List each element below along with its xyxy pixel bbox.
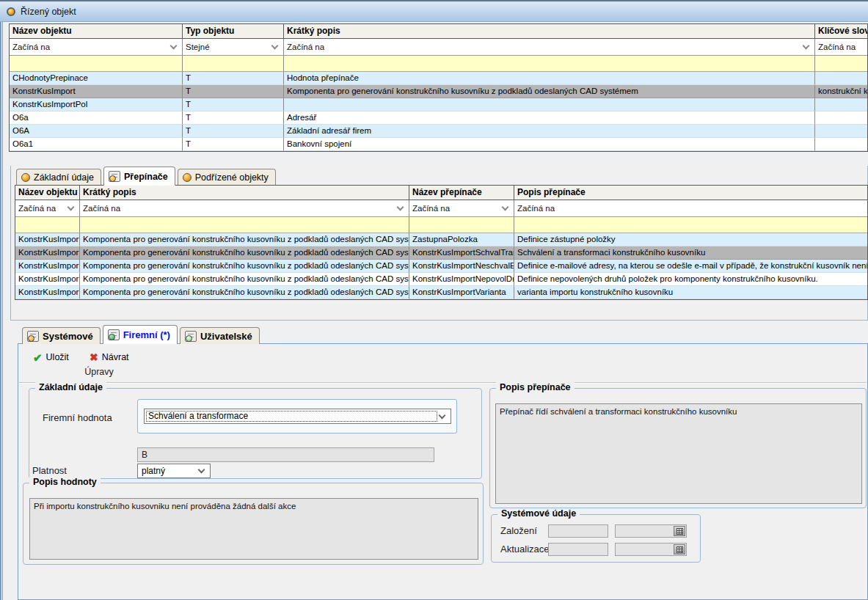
cell-popis: Bankovní spojení <box>284 138 815 151</box>
table-row[interactable]: O6A T Základní adresář firem <box>10 125 867 138</box>
tab-prepinace[interactable]: Přepínače <box>103 167 175 186</box>
table-row[interactable]: KonstrKusImport Komponenta pro generován… <box>15 286 867 299</box>
cell-popis: Základní adresář firem <box>284 125 815 138</box>
column-header-klicove-slovo[interactable]: Klíčové slovo <box>815 24 867 39</box>
cell-prepinac: KonstrKusImportVarianta <box>409 286 514 299</box>
filter-operator-nazev[interactable]: Začíná na <box>10 39 183 56</box>
cell-popisp: Definice e-mailové adresy, na kterou se … <box>514 260 867 273</box>
group-zakladni-udaje: Základní údaje Firemní hodnota Schválení… <box>29 388 482 479</box>
platnost-combobox[interactable]: platný <box>137 464 211 478</box>
cell-prepinac: KonstrKusImportNeschvalEmail <box>409 260 514 273</box>
table-row[interactable]: O6a T Adresář <box>10 111 867 125</box>
calendar-button <box>674 544 685 555</box>
cell-typ: T <box>183 125 284 138</box>
cell-typ: T <box>183 138 284 151</box>
cell-typ: T <box>183 72 284 85</box>
table-row[interactable]: CHodnotyPrepinace T Hodnota přepínače <box>10 72 867 85</box>
group-systemove-udaje: Systémové údaje Založení Aktualizace <box>491 514 701 563</box>
chevron-down-icon <box>397 204 404 211</box>
group-title: Základní údaje <box>35 382 106 392</box>
filter-operator-label: Stejné <box>186 43 210 51</box>
filter-input-objekt[interactable] <box>15 217 80 233</box>
firemni-hodnota-combobox[interactable]: Schválení a transformace <box>144 409 451 424</box>
cell-klicove <box>815 125 867 138</box>
cell-objekt: KonstrKusImport <box>15 273 80 286</box>
filter-operator-popisp[interactable]: Začíná na <box>514 200 867 217</box>
filter-operator-label: Začíná na <box>517 204 555 213</box>
cell-objekt: KonstrKusImport <box>15 246 80 260</box>
platnost-label: Platnost <box>32 465 67 476</box>
filter-operator-label: Začíná na <box>818 43 856 51</box>
save-button[interactable]: ✔ Uložit <box>30 349 72 365</box>
cell-prepinac: ZastupnaPolozka <box>409 233 514 246</box>
filter-operator-label: Začíná na <box>18 204 56 213</box>
chevron-down-icon <box>170 43 178 50</box>
chevron-down-icon <box>439 411 446 419</box>
column-header-typ-objektu[interactable]: Typ objektu <box>183 24 284 39</box>
filter-input-typ[interactable] <box>183 56 284 72</box>
cell-objekt: KonstrKusImport <box>15 260 80 273</box>
cell-klicove <box>815 111 867 125</box>
cell-objekt: KonstrKusImport <box>15 286 80 299</box>
table-row-selected[interactable]: KonstrKusImport Komponenta pro generován… <box>15 246 867 260</box>
filter-input-nazev[interactable] <box>10 56 183 72</box>
cell-typ: T <box>183 98 284 111</box>
column-header-kratky-popis[interactable]: Krátký popis <box>284 24 815 39</box>
tab-systemove[interactable]: Systémové <box>22 327 101 344</box>
filter-operator-label: Začíná na <box>412 204 450 213</box>
cell-popis: Komponenta pro generování konstrukčního … <box>80 260 409 273</box>
filter-input-popis[interactable] <box>80 217 409 233</box>
objects-grid-header-row: Název objektu Typ objektu Krátký popis K… <box>10 24 867 39</box>
tab-firemni[interactable]: Firemní (*) <box>103 325 178 344</box>
filter-operator-objekt[interactable]: Začíná na <box>15 200 80 217</box>
filter-input-klicove[interactable] <box>815 56 867 72</box>
filter-operator-klicove[interactable]: Začíná na <box>815 39 867 56</box>
tab-zakladni-udaje[interactable]: Základní údaje <box>16 169 101 186</box>
filter-input-popisp[interactable] <box>514 217 867 233</box>
table-row[interactable]: KonstrKusImportPol T <box>10 98 867 111</box>
tab-uzivatelske[interactable]: Uživatelské <box>180 327 260 344</box>
check-icon: ✔ <box>33 352 43 363</box>
calendar-icon <box>676 528 683 535</box>
table-row[interactable]: KonstrKusImport Komponenta pro generován… <box>15 273 867 286</box>
edit-panel: ✔ Uložit ✖ Návrat Úpravy Základní údaje … <box>18 343 868 600</box>
firemni-hodnota-highlight: Schválení a transformace <box>137 399 457 433</box>
window-left-frame <box>0 0 3 600</box>
back-button[interactable]: ✖ Návrat <box>87 349 132 365</box>
coin-icon <box>183 173 192 182</box>
x-icon: ✖ <box>90 352 98 362</box>
cell-popis <box>284 98 815 111</box>
window-titlebar: Řízený objekt <box>0 0 868 22</box>
chevron-down-icon <box>198 467 205 474</box>
table-row[interactable]: KonstrKusImport Komponenta pro generován… <box>15 233 867 246</box>
detail-section: Základní údaje Přepínače Podřízené objek… <box>10 166 868 321</box>
table-row[interactable]: KonstrKusImport Komponenta pro generován… <box>15 260 867 273</box>
switches-grid-header-row: Název objektu Krátký popis Název přepína… <box>15 186 867 200</box>
filter-operator-prepinac[interactable]: Začíná na <box>409 200 514 217</box>
filter-operator-typ[interactable]: Stejné <box>183 39 284 56</box>
cell-popis: Adresář <box>284 111 815 125</box>
column-header-nazev-prepinace[interactable]: Název přepínače <box>409 186 514 200</box>
filter-operator-popis[interactable]: Začíná na <box>80 200 409 217</box>
tab-label: Základní údaje <box>34 172 94 183</box>
column-header-popis-prepinace[interactable]: Popis přepínače <box>514 186 867 200</box>
switch-icon <box>109 171 120 182</box>
tab-podrizene-objekty[interactable]: Podřízené objekty <box>178 169 276 186</box>
table-row[interactable]: O6a1 T Bankovní spojení <box>10 138 867 151</box>
cell-popis: Komponenta pro generování konstrukčního … <box>80 246 409 260</box>
column-header-nazev-objektu[interactable]: Název objektu <box>10 24 183 39</box>
group-popis-hodnoty: Popis hodnoty Při importu konstrukčního … <box>23 483 484 565</box>
object-coin-icon <box>7 7 15 16</box>
filter-input-prepinac[interactable] <box>409 217 514 233</box>
filter-input-popis[interactable] <box>284 56 815 72</box>
column-header-kratky-popis[interactable]: Krátký popis <box>80 186 409 200</box>
group-popis-prepinace: Popis přepínače Přepínač řídí schválení … <box>489 388 867 508</box>
switches-grid-filter-row: Začíná na Začíná na Začíná na Začíná na <box>15 200 867 217</box>
filter-operator-popis[interactable]: Začíná na <box>284 39 815 56</box>
column-header-nazev-objektu[interactable]: Název objektu <box>15 186 80 200</box>
chevron-down-icon <box>803 43 810 50</box>
code-field: B <box>137 447 434 462</box>
cell-nazev: O6A <box>10 125 183 138</box>
table-row-selected[interactable]: KonstrKusImport T Komponenta pro generov… <box>10 85 867 98</box>
cell-klicove <box>815 98 867 111</box>
